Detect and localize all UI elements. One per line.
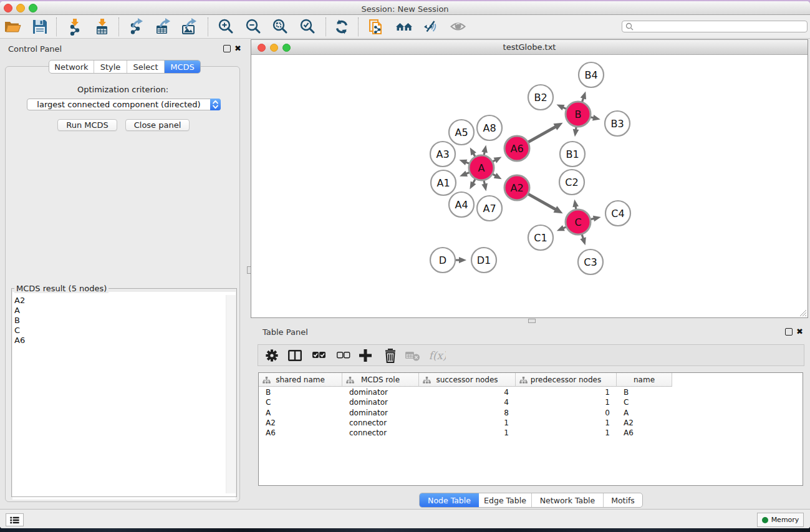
import-network-button[interactable] bbox=[64, 17, 85, 37]
table-tab-motifs[interactable]: Motifs bbox=[604, 493, 642, 507]
table-cell[interactable]: 1 bbox=[516, 428, 610, 438]
table-cell[interactable]: 4 bbox=[419, 387, 509, 397]
table-tab-edge-table[interactable]: Edge Table bbox=[479, 493, 532, 507]
table-cell[interactable]: dominator bbox=[349, 387, 419, 397]
network-overview-button[interactable] bbox=[393, 17, 415, 37]
graph-node-label: A bbox=[478, 162, 485, 174]
memory-status-button[interactable]: Memory bbox=[757, 513, 804, 527]
zoom-fit-button[interactable] bbox=[269, 17, 291, 37]
zoom-out-button[interactable] bbox=[243, 17, 264, 37]
table-cell[interactable]: A bbox=[624, 408, 672, 418]
column-header-name[interactable]: name bbox=[617, 373, 672, 387]
delete-table-icon bbox=[404, 347, 420, 364]
export-table-button[interactable] bbox=[153, 17, 174, 37]
delete-column-button[interactable] bbox=[382, 347, 398, 364]
control-tab-select[interactable]: Select bbox=[127, 60, 165, 73]
window-title: Session: New Session bbox=[0, 4, 810, 14]
network-resize-grip[interactable] bbox=[799, 309, 806, 316]
table-cell[interactable]: 0 bbox=[516, 408, 610, 418]
table-cell[interactable]: connector bbox=[349, 428, 419, 438]
add-column-button[interactable] bbox=[357, 347, 374, 364]
network-graph-canvas[interactable]: B4B2BB3A8A5A6B1A3AC2A1A2A4A7C4CC1C3DD1 bbox=[251, 55, 808, 317]
optimization-criterion-dropdown[interactable]: largest connected component (directed) bbox=[27, 99, 221, 110]
table-cell[interactable]: A2 bbox=[266, 418, 342, 428]
graph-node-label: B bbox=[575, 109, 582, 120]
column-header-MCDS-role[interactable]: MCDS role bbox=[342, 373, 419, 387]
control-panel-title: Control Panel bbox=[8, 44, 62, 54]
table-settings-button[interactable] bbox=[264, 347, 280, 364]
table-cell[interactable]: dominator bbox=[349, 397, 419, 407]
network-view-window: testGlobe.txt B4B2BB3A8A5A6B1A3AC2A1A2A4… bbox=[251, 39, 808, 318]
graph-node-label: A6 bbox=[510, 143, 523, 155]
table-cell[interactable]: A6 bbox=[266, 428, 342, 438]
network-overview-icon bbox=[395, 18, 413, 36]
table-cell[interactable]: 4 bbox=[419, 397, 509, 407]
hide-details-button[interactable] bbox=[421, 17, 442, 37]
zoom-in-button[interactable] bbox=[215, 17, 236, 37]
task-history-button[interactable] bbox=[6, 513, 24, 526]
split-view-button[interactable] bbox=[287, 347, 303, 364]
column-header-shared-name[interactable]: shared name bbox=[259, 373, 342, 387]
control-tab-mcds[interactable]: MCDS bbox=[165, 60, 200, 73]
zoom-selected-button[interactable] bbox=[297, 17, 318, 37]
table-cell[interactable]: A2 bbox=[624, 418, 672, 428]
open-file-button[interactable] bbox=[2, 17, 23, 37]
control-panel-float-button[interactable] bbox=[223, 45, 231, 52]
save-session-button[interactable] bbox=[29, 17, 51, 37]
table-cell[interactable]: dominator bbox=[349, 408, 419, 418]
deselect-all-button[interactable] bbox=[335, 347, 351, 364]
node-table[interactable]: shared nameMCDS rolesuccessor nodesprede… bbox=[258, 372, 803, 486]
export-image-button[interactable] bbox=[179, 17, 200, 37]
table-tab-node-table[interactable]: Node Table bbox=[420, 493, 479, 507]
close-panel-button[interactable]: Close panel bbox=[125, 119, 190, 131]
screen: Session: New Session Control Panel ✖ Net… bbox=[0, 0, 810, 532]
column-header-label: successor nodes bbox=[436, 375, 498, 384]
graph-node-label: C bbox=[574, 216, 581, 228]
table-cell[interactable]: connector bbox=[349, 418, 419, 428]
table-cell[interactable]: 1 bbox=[516, 387, 610, 397]
table-cell[interactable]: 1 bbox=[419, 428, 509, 438]
refresh-button[interactable] bbox=[331, 17, 352, 37]
search-input[interactable] bbox=[622, 21, 808, 32]
table-panel-close-button[interactable]: ✖ bbox=[796, 329, 803, 335]
column-header-label: name bbox=[634, 375, 655, 384]
control-panel-close-button[interactable]: ✖ bbox=[234, 46, 241, 52]
graph-node-label: B3 bbox=[610, 118, 624, 130]
column-header-successor-nodes[interactable]: successor nodes bbox=[419, 373, 516, 387]
import-table-button[interactable] bbox=[92, 17, 113, 37]
control-tab-network[interactable]: Network bbox=[49, 60, 94, 73]
table-cell[interactable]: C bbox=[266, 397, 342, 407]
table-tab-network-table[interactable]: Network Table bbox=[532, 493, 604, 507]
control-tab-style[interactable]: Style bbox=[94, 60, 127, 73]
table-cell[interactable]: B bbox=[624, 387, 672, 397]
graph-node-label: A2 bbox=[510, 182, 523, 194]
graph-node-label: A4 bbox=[455, 199, 468, 211]
table-cell[interactable]: A6 bbox=[624, 428, 672, 438]
toolbar-separator bbox=[118, 17, 119, 36]
graph-node-label: B2 bbox=[534, 92, 547, 104]
column-header-predecessor-nodes[interactable]: predecessor nodes bbox=[516, 373, 617, 387]
toolbar-separator bbox=[56, 17, 57, 36]
clone-network-icon bbox=[368, 18, 385, 36]
run-mcds-button[interactable]: Run MCDS bbox=[57, 119, 117, 131]
table-cell[interactable]: 1 bbox=[516, 397, 610, 407]
table-panel-float-button[interactable] bbox=[785, 328, 793, 336]
network-window-titlebar: testGlobe.txt bbox=[251, 40, 808, 55]
export-network-button[interactable] bbox=[126, 17, 147, 37]
table-cell[interactable]: 8 bbox=[419, 408, 509, 418]
clone-network-button[interactable] bbox=[366, 17, 387, 37]
edge-arrowhead bbox=[557, 104, 565, 110]
add-column-icon bbox=[357, 347, 374, 364]
table-cell[interactable]: C bbox=[624, 397, 672, 407]
table-cell[interactable]: B bbox=[266, 387, 342, 397]
graph-node-label: C1 bbox=[534, 232, 547, 244]
table-cell[interactable]: A bbox=[266, 408, 342, 418]
table-cell[interactable]: 1 bbox=[516, 418, 610, 428]
table-cell[interactable]: 1 bbox=[419, 418, 509, 428]
sortable-column-icon bbox=[346, 377, 354, 384]
select-all-button[interactable] bbox=[311, 347, 327, 364]
export-image-icon bbox=[181, 18, 198, 36]
horizontal-splitter-handle[interactable] bbox=[528, 319, 536, 323]
show-details-button[interactable] bbox=[448, 17, 470, 37]
task-list-icon bbox=[10, 516, 19, 524]
